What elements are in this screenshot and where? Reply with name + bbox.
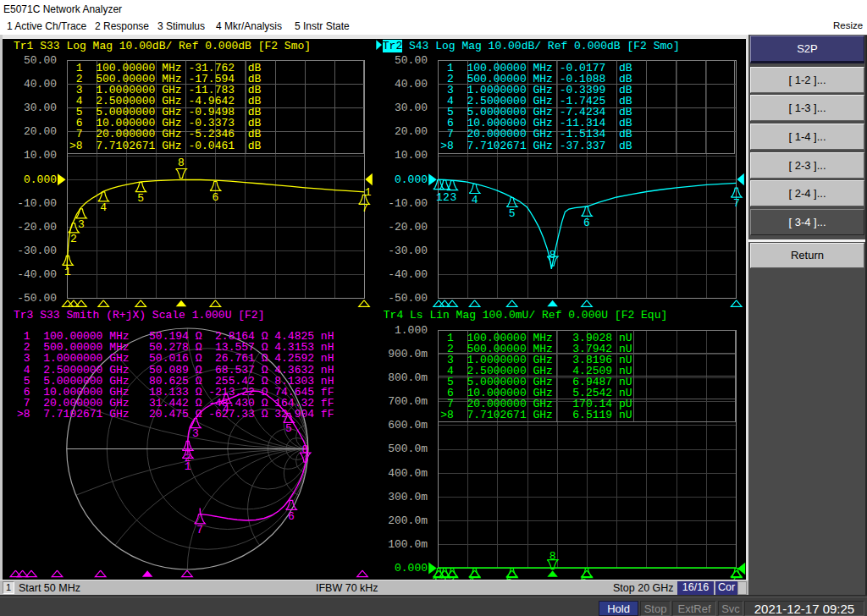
svg-text:5: 5	[509, 207, 516, 220]
svg-text:5: 5	[285, 422, 292, 435]
svg-text:6: 6	[288, 510, 295, 523]
svg-text:3: 3	[450, 191, 457, 204]
svg-text:1: 1	[436, 191, 443, 204]
svg-text:1: 1	[64, 266, 71, 278]
svg-text:3: 3	[192, 427, 199, 440]
svg-text:8: 8	[549, 249, 556, 261]
svg-text:6: 6	[583, 217, 590, 229]
svg-text:8: 8	[178, 157, 185, 169]
svg-text:7: 7	[362, 202, 368, 215]
svg-text:6: 6	[212, 191, 218, 204]
svg-text:5: 5	[137, 192, 144, 205]
svg-text:7: 7	[733, 197, 740, 210]
svg-text:1: 1	[365, 186, 372, 199]
svg-text:3: 3	[78, 218, 85, 231]
svg-text:4: 4	[472, 194, 478, 206]
svg-text:8: 8	[302, 443, 309, 456]
svg-text:2: 2	[443, 191, 450, 204]
svg-text:7: 7	[196, 524, 203, 536]
svg-text:8: 8	[549, 550, 556, 563]
svg-text:2: 2	[185, 452, 191, 465]
svg-text:2: 2	[70, 233, 77, 245]
svg-text:4: 4	[100, 201, 107, 214]
